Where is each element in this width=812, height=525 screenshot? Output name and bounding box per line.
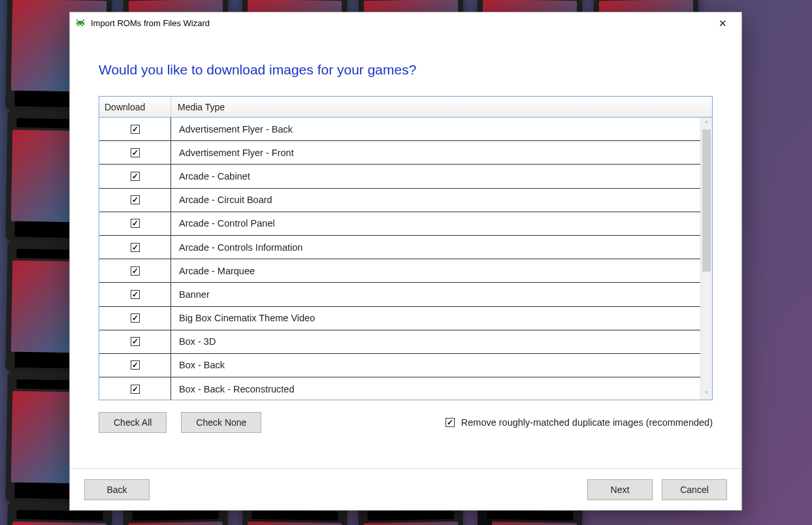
svg-rect-7	[78, 25, 79, 26]
check-all-button[interactable]: Check All	[99, 412, 167, 433]
wizard-footer: Back Next Cancel	[70, 468, 741, 510]
table-header: Download Media Type	[99, 97, 712, 118]
download-cell	[99, 236, 171, 259]
table-row[interactable]: Banner	[99, 283, 700, 306]
download-checkbox[interactable]	[131, 313, 140, 323]
media-type-cell: Arcade - Circuit Board	[171, 195, 700, 205]
table-row[interactable]: Box - Back - Reconstructed	[99, 377, 700, 400]
media-type-cell: Banner	[171, 289, 700, 300]
scroll-down-arrow[interactable]: ˅	[701, 388, 712, 400]
download-checkbox[interactable]	[131, 148, 140, 157]
download-checkbox[interactable]	[131, 125, 140, 134]
media-type-cell: Box - Back - Reconstructed	[171, 384, 700, 394]
table-row[interactable]: Advertisement Flyer - Front	[99, 141, 700, 165]
media-type-cell: Arcade - Marquee	[171, 266, 700, 276]
media-type-cell: Arcade - Cabinet	[171, 171, 700, 182]
media-type-cell: Arcade - Control Panel	[171, 218, 700, 229]
download-checkbox[interactable]	[131, 337, 140, 346]
download-cell	[99, 307, 171, 330]
media-type-table: Download Media Type Advertisement Flyer …	[99, 96, 713, 400]
check-none-button[interactable]: Check None	[181, 412, 261, 433]
table-body: Advertisement Flyer - BackAdvertisement …	[99, 118, 700, 400]
media-type-cell: Advertisement Flyer - Back	[171, 124, 700, 135]
media-type-cell: Arcade - Controls Information	[171, 242, 700, 253]
download-checkbox[interactable]	[131, 290, 140, 299]
download-checkbox[interactable]	[131, 385, 140, 394]
media-type-cell: Advertisement Flyer - Front	[171, 148, 700, 158]
scroll-up-arrow[interactable]: ˄	[701, 118, 712, 129]
svg-rect-5	[79, 24, 82, 25]
close-icon: ✕	[719, 18, 727, 28]
page-heading: Would you like to download images for yo…	[99, 62, 713, 78]
download-cell	[99, 165, 171, 187]
download-cell	[99, 377, 171, 400]
download-checkbox[interactable]	[131, 360, 140, 370]
column-header-download[interactable]: Download	[99, 97, 171, 117]
remove-duplicates-option[interactable]: Remove roughly-matched duplicate images …	[446, 417, 713, 428]
media-type-cell: Box - Back	[171, 360, 700, 370]
download-cell	[99, 189, 171, 212]
back-button[interactable]: Back	[84, 479, 150, 500]
titlebar: Import ROMs from Files Wizard ✕	[70, 12, 741, 33]
window-title: Import ROMs from Files Wizard	[91, 18, 707, 28]
svg-rect-1	[83, 20, 84, 21]
table-row[interactable]: Box - 3D	[99, 330, 700, 354]
column-header-media-type[interactable]: Media Type	[171, 102, 712, 112]
download-checkbox[interactable]	[131, 195, 140, 204]
download-cell	[99, 283, 171, 306]
scroll-track[interactable]	[701, 129, 712, 388]
download-cell	[99, 330, 171, 353]
svg-rect-6	[83, 24, 84, 25]
svg-rect-8	[82, 25, 83, 26]
download-checkbox[interactable]	[131, 266, 140, 276]
download-cell	[99, 354, 171, 377]
next-button[interactable]: Next	[587, 479, 653, 500]
table-row[interactable]: Arcade - Cabinet	[99, 165, 700, 188]
table-row[interactable]: Big Box Cinematix Theme Video	[99, 307, 700, 330]
download-checkbox[interactable]	[131, 172, 140, 181]
svg-rect-2	[78, 21, 83, 22]
download-cell	[99, 141, 171, 164]
svg-rect-0	[76, 20, 78, 21]
download-cell	[99, 118, 171, 140]
space-invader-icon	[75, 18, 86, 28]
scroll-thumb[interactable]	[702, 129, 711, 272]
table-row[interactable]: Box - Back	[99, 354, 700, 377]
under-table-controls: Check All Check None Remove roughly-matc…	[99, 412, 713, 433]
download-cell	[99, 212, 171, 235]
download-checkbox[interactable]	[131, 243, 140, 252]
close-button[interactable]: ✕	[707, 13, 738, 33]
download-checkbox[interactable]	[131, 219, 140, 228]
table-row[interactable]: Arcade - Marquee	[99, 259, 700, 283]
table-row[interactable]: Advertisement Flyer - Back	[99, 118, 700, 141]
table-row[interactable]: Arcade - Control Panel	[99, 212, 700, 236]
svg-rect-4	[76, 24, 78, 25]
cancel-button[interactable]: Cancel	[662, 479, 727, 500]
remove-duplicates-label: Remove roughly-matched duplicate images …	[461, 417, 713, 428]
table-row[interactable]: Arcade - Circuit Board	[99, 189, 700, 212]
remove-duplicates-checkbox[interactable]	[446, 418, 455, 427]
vertical-scrollbar[interactable]: ˄ ˅	[700, 118, 712, 400]
wizard-dialog: Import ROMs from Files Wizard ✕ Would yo…	[69, 12, 742, 511]
media-type-cell: Big Box Cinematix Theme Video	[171, 313, 700, 323]
media-type-cell: Box - 3D	[171, 336, 700, 347]
download-cell	[99, 259, 171, 282]
svg-rect-3	[76, 22, 84, 24]
table-row[interactable]: Arcade - Controls Information	[99, 236, 700, 259]
wizard-content: Would you like to download images for yo…	[70, 33, 741, 468]
